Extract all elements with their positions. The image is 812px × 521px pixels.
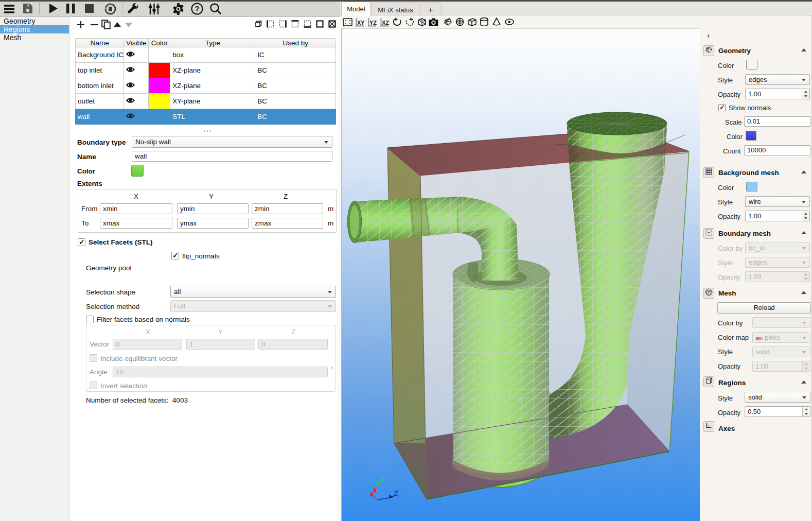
svg-text:Z: Z [393,489,398,497]
svg-text:XZ: XZ [382,20,389,26]
svg-text:XY: XY [357,20,365,26]
svg-text:X: X [372,486,378,494]
svg-text:?: ? [195,5,200,13]
svg-text:YZ: YZ [369,20,377,26]
